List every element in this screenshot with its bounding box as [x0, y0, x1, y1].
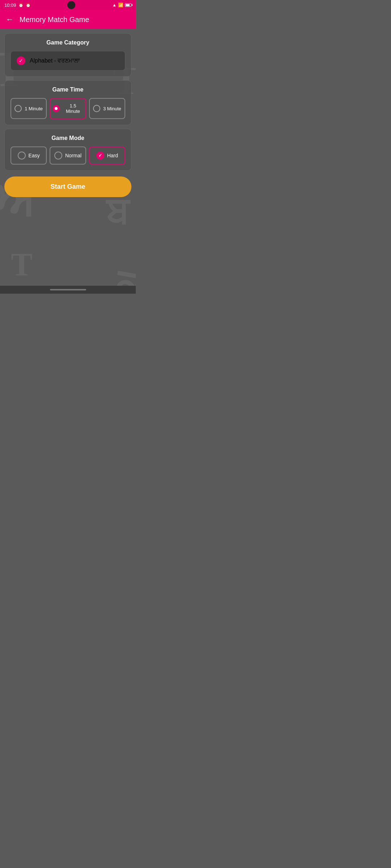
status-time: 10:09 ⏰ ⏰ — [4, 3, 31, 8]
wifi-icon: ▲ — [112, 3, 117, 8]
status-bar: 10:09 ⏰ ⏰ ▲ 📶 — [0, 0, 136, 10]
mode-hard-button[interactable]: Hard — [89, 146, 125, 165]
bg-letter-5: T — [11, 246, 33, 283]
game-category-title: Game Category — [10, 39, 125, 46]
radio-1-5min — [52, 105, 60, 112]
check-normal — [54, 152, 62, 159]
main-content: Game Category ✓ Alphabet - ਵਰਣਮਾਲਾ Game … — [0, 29, 136, 201]
time-1-5min-label: 1.5 Minute — [63, 103, 83, 114]
check-hard — [96, 152, 104, 159]
category-label: Alphabet - ਵਰਣਮਾਲਾ — [30, 58, 80, 64]
status-icons: ▲ 📶 — [112, 3, 131, 8]
time-3min-label: 3 Minute — [103, 106, 121, 111]
time-option-3min[interactable]: 3 Minute — [89, 98, 125, 119]
category-check-icon: ✓ — [17, 56, 25, 65]
mode-easy-button[interactable]: Easy — [10, 146, 47, 165]
mode-easy-label: Easy — [29, 153, 40, 158]
game-time-card: Game Time 1 Minute 1.5 Minute 3 Minute — [4, 80, 131, 125]
app-title: Memory Match Game — [20, 16, 89, 24]
time-options-row: 1 Minute 1.5 Minute 3 Minute — [10, 98, 125, 119]
game-category-card: Game Category ✓ Alphabet - ਵਰਣਮਾਲਾ — [4, 33, 131, 77]
time-1min-label: 1 Minute — [25, 106, 43, 111]
mode-normal-label: Normal — [65, 153, 81, 158]
back-button[interactable]: ← — [6, 15, 14, 24]
home-indicator — [50, 289, 86, 290]
radio-1min — [14, 105, 22, 112]
battery-icon — [125, 3, 131, 7]
mode-options-row: Easy Normal Hard — [10, 146, 125, 165]
mode-hard-label: Hard — [107, 153, 118, 158]
signal-icon: 📶 — [118, 3, 123, 8]
game-time-title: Game Time — [10, 86, 125, 93]
time-option-1min[interactable]: 1 Minute — [10, 98, 47, 119]
start-game-button[interactable]: Start Game — [4, 176, 131, 197]
game-mode-title: Game Mode — [10, 135, 125, 141]
alarm-icon: ⏰ — [26, 3, 31, 8]
radio-3min — [93, 105, 100, 112]
check-easy — [18, 152, 26, 159]
bottom-bar — [0, 286, 136, 294]
camera-notch — [67, 1, 75, 9]
app-bar: ← Memory Match Game — [0, 10, 136, 29]
time-display: 10:09 — [4, 3, 16, 8]
time-option-1-5min[interactable]: 1.5 Minute — [50, 98, 86, 119]
mode-normal-button[interactable]: Normal — [50, 146, 86, 165]
category-selected-item[interactable]: ✓ Alphabet - ਵਰਣਮਾਲਾ — [10, 51, 125, 71]
game-mode-card: Game Mode Easy Normal Hard — [4, 129, 131, 171]
clock-icon: ⏰ — [18, 3, 24, 8]
